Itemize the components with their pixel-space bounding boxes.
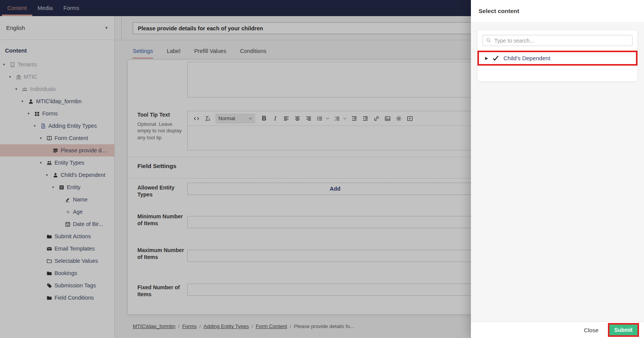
search-input[interactable] xyxy=(483,35,632,46)
checkmark-icon xyxy=(492,55,499,61)
panel-title: Select content xyxy=(479,8,519,15)
content-item-label: Child's Dependent xyxy=(504,55,550,61)
search-icon xyxy=(486,38,491,45)
submit-annotation-box: Submit xyxy=(608,323,639,337)
close-button[interactable]: Close xyxy=(584,327,598,333)
panel-card: ▶ Child's Dependent xyxy=(477,30,638,82)
panel-header: Select content xyxy=(471,0,644,23)
select-content-panel: Select content ▶ Child's Dependent xyxy=(471,0,644,338)
modal-backdrop xyxy=(0,0,471,338)
content-item-childs-dependent[interactable]: ▶ Child's Dependent xyxy=(477,51,637,66)
panel-body: ▶ Child's Dependent xyxy=(471,23,644,322)
search-box xyxy=(482,35,632,46)
submit-button[interactable]: Submit xyxy=(609,325,637,335)
panel-footer: Close Submit xyxy=(471,322,644,338)
chevron-right-icon[interactable]: ▶ xyxy=(485,56,488,60)
